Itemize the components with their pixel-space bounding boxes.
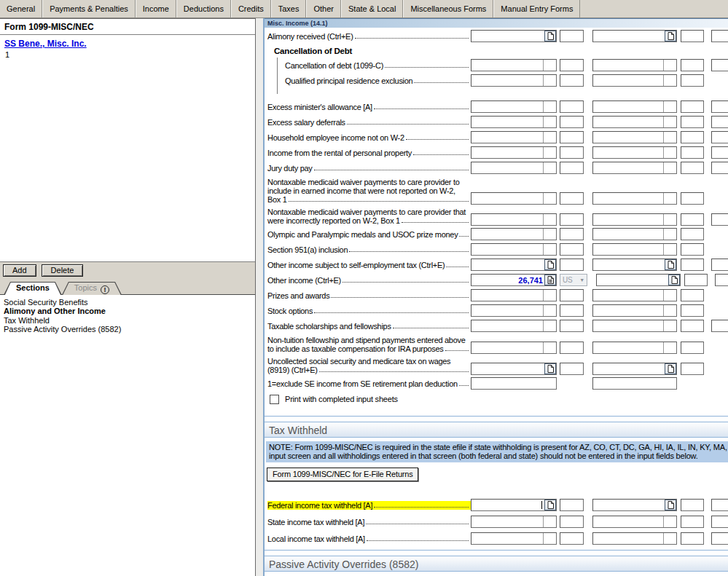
amount-field-col3[interactable] [711,59,728,71]
state-code-field-col1[interactable] [560,320,584,332]
state-code-field-col2[interactable] [681,116,704,128]
amount-field-col1[interactable] [471,30,557,42]
amount-field-col2[interactable] [592,259,677,271]
amount-field-col1[interactable] [471,304,557,317]
state-code-field-col1[interactable] [560,289,584,301]
amount-field-col1[interactable] [471,74,557,87]
state-code-field-col2[interactable] [681,363,704,375]
print-checkbox[interactable] [270,395,279,404]
state-code-field-col2[interactable] [681,162,704,174]
amount-field-col1[interactable] [471,228,557,240]
amount-field-col1[interactable] [471,243,557,256]
state-code-field-col1[interactable] [560,59,584,71]
amount-field-col3[interactable] [711,499,728,511]
detail-button[interactable] [668,275,680,285]
amount-field-col2[interactable] [596,274,681,286]
amount-field-col1[interactable] [471,59,557,71]
amount-field-col1[interactable] [471,342,557,354]
state-code-field-col1[interactable] [560,74,584,87]
detail-button[interactable] [544,275,556,285]
form-instance-link[interactable]: SS Bene., Misc. Inc. [0,37,91,49]
menu-item-other[interactable]: Other [306,0,341,17]
amount-field-col1[interactable] [471,116,557,128]
amount-field-col1[interactable] [471,532,557,545]
override-field-col1[interactable] [471,377,557,390]
amount-field-col2[interactable] [592,342,677,354]
amount-field-col3[interactable] [711,259,728,271]
amount-field-col3[interactable] [711,213,728,226]
panel-splitter[interactable] [256,18,263,576]
amount-field-col3[interactable] [711,30,728,42]
state-code-field-col1[interactable] [560,228,584,240]
state-code-field-col2[interactable] [681,131,704,143]
state-code-field-col2[interactable] [681,259,704,271]
override-field-col2[interactable] [592,377,677,390]
state-code-field-col2[interactable] [681,243,704,256]
sidebar-section-item[interactable]: Passive Activity Overrides (8582) [3,325,255,334]
amount-field-col2[interactable] [592,320,677,332]
amount-field-col3[interactable] [715,274,728,286]
state-code-field-col1[interactable] [560,499,584,511]
amount-field-col3[interactable] [711,516,728,528]
state-code-field-col1[interactable] [560,146,584,159]
state-code-field-col1[interactable] [560,213,584,226]
detail-button[interactable] [544,363,556,374]
state-code-field-col1[interactable] [560,304,584,317]
menu-item-credits[interactable]: Credits [231,0,271,17]
amount-field-col1[interactable] [471,100,557,113]
sidebar-section-item[interactable]: Alimony and Other Income [3,307,255,315]
menu-item-state-local[interactable]: State & Local [341,0,403,17]
amount-field-col1[interactable] [471,289,557,301]
state-code-field-col2[interactable] [681,320,704,332]
amount-field-col2[interactable] [592,532,677,545]
amount-field-col2[interactable] [592,116,677,128]
state-code-field-col2[interactable] [681,304,704,317]
state-code-field-col2[interactable] [681,192,704,205]
amount-field-col2[interactable] [592,243,677,256]
state-code-field-col2[interactable] [681,342,704,354]
amount-field-col1[interactable] [471,363,557,375]
amount-field-col2[interactable] [592,499,677,511]
state-code-field-col2[interactable] [681,499,704,511]
amount-field-col2[interactable] [592,162,677,174]
amount-field-col2[interactable] [592,100,677,113]
amount-field-col2[interactable] [592,363,677,375]
amount-field-col1[interactable] [471,192,557,205]
amount-field-col3[interactable] [711,532,728,545]
state-code-field-col1[interactable] [560,192,584,205]
amount-field-col1[interactable] [471,516,557,528]
state-code-field-col1[interactable] [560,516,584,528]
amount-field-col2[interactable] [592,516,677,528]
amount-field-col2[interactable] [592,228,677,240]
state-code-field-col2[interactable] [684,274,708,286]
state-code-field-col2[interactable] [681,59,704,71]
amount-field-col3[interactable] [711,131,728,143]
state-code-field-col1[interactable] [560,342,584,354]
amount-field-col2[interactable] [592,74,677,87]
state-code-field-col2[interactable] [681,213,704,226]
tab-sections[interactable]: Sections [4,282,62,295]
detail-button[interactable] [665,363,676,374]
state-code-field-col1[interactable] [560,100,584,113]
state-code-field-col2[interactable] [681,74,704,87]
amount-field-col2[interactable] [592,59,677,71]
sidebar-section-item[interactable]: Tax Withheld [3,316,255,325]
amount-field-col1[interactable]: 26,741 [471,274,557,286]
detail-button[interactable] [665,259,676,270]
state-code-field-col1[interactable] [560,532,584,545]
state-code-field-col1[interactable] [560,243,584,256]
tab-topics[interactable]: Topics! [62,282,122,295]
menu-item-taxes[interactable]: Taxes [271,0,307,17]
efile-returns-button[interactable]: Form 1099-MISC/NEC for E-File Returns [267,467,418,481]
state-code-field-col2[interactable] [681,228,704,240]
amount-field-col1[interactable] [471,162,557,174]
amount-field-col3[interactable] [711,146,728,159]
sidebar-section-item[interactable]: Social Security Benefits [3,298,255,307]
state-code-field-col2[interactable] [681,100,704,113]
menu-item-miscellaneous-forms[interactable]: Miscellaneous Forms [403,0,493,17]
menu-item-deductions[interactable]: Deductions [176,0,231,17]
menu-item-income[interactable]: Income [136,0,176,17]
detail-button[interactable] [544,259,556,270]
amount-field-col1[interactable] [471,320,557,332]
amount-field-col2[interactable] [592,146,677,159]
